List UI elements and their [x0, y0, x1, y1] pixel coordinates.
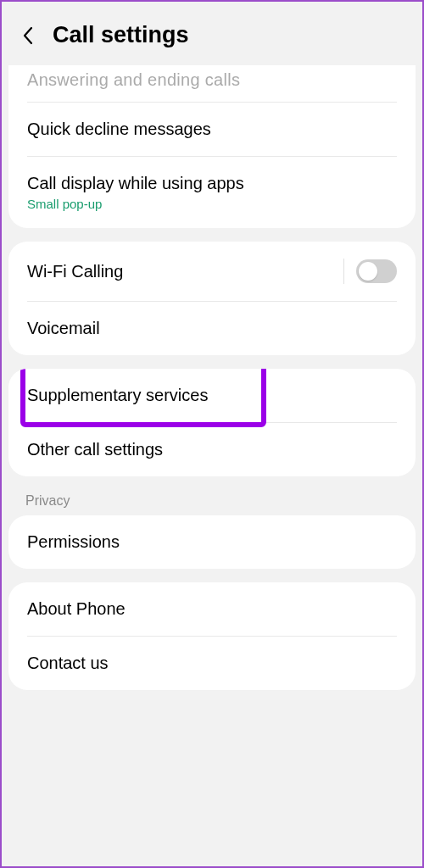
row-about-phone[interactable]: About Phone	[8, 582, 416, 636]
row-sublabel: Small pop-up	[27, 197, 244, 211]
settings-group-1: Answering and ending calls Quick decline…	[8, 65, 416, 228]
row-permissions[interactable]: Permissions	[8, 515, 416, 569]
row-quick-decline[interactable]: Quick decline messages	[8, 103, 416, 156]
toggle-knob	[359, 262, 377, 281]
row-label: About Phone	[27, 599, 126, 619]
row-label: Voicemail	[27, 319, 100, 338]
row-label: Call display while using apps	[27, 174, 244, 193]
row-supplementary-services[interactable]: Supplementary services	[8, 369, 416, 422]
settings-group-3: Supplementary services Other call settin…	[8, 369, 416, 476]
settings-group-4: Permissions	[8, 515, 416, 569]
row-label: Wi-Fi Calling	[27, 262, 123, 281]
toggle-wrap	[343, 259, 397, 284]
vertical-divider	[343, 259, 344, 284]
page-title: Call settings	[53, 22, 189, 48]
row-label: Contact us	[27, 654, 109, 673]
wifi-calling-toggle[interactable]	[356, 259, 397, 283]
row-contact-us[interactable]: Contact us	[8, 637, 416, 690]
row-answering-ending[interactable]: Answering and ending calls	[8, 65, 416, 102]
row-label: Quick decline messages	[27, 120, 211, 139]
row-other-call-settings[interactable]: Other call settings	[8, 423, 416, 476]
section-header-privacy: Privacy	[2, 490, 422, 515]
row-wifi-calling[interactable]: Wi-Fi Calling	[8, 242, 416, 301]
settings-group-5: About Phone Contact us	[8, 582, 416, 690]
row-voicemail[interactable]: Voicemail	[8, 302, 416, 355]
back-icon[interactable]	[19, 26, 37, 45]
row-label: Other call settings	[27, 440, 163, 459]
row-label: Supplementary services	[27, 386, 208, 405]
row-label: Permissions	[27, 532, 120, 552]
settings-group-2: Wi-Fi Calling Voicemail	[8, 242, 416, 355]
row-call-display[interactable]: Call display while using apps Small pop-…	[8, 157, 416, 228]
header: Call settings	[2, 2, 422, 65]
row-label: Answering and ending calls	[27, 70, 240, 90]
